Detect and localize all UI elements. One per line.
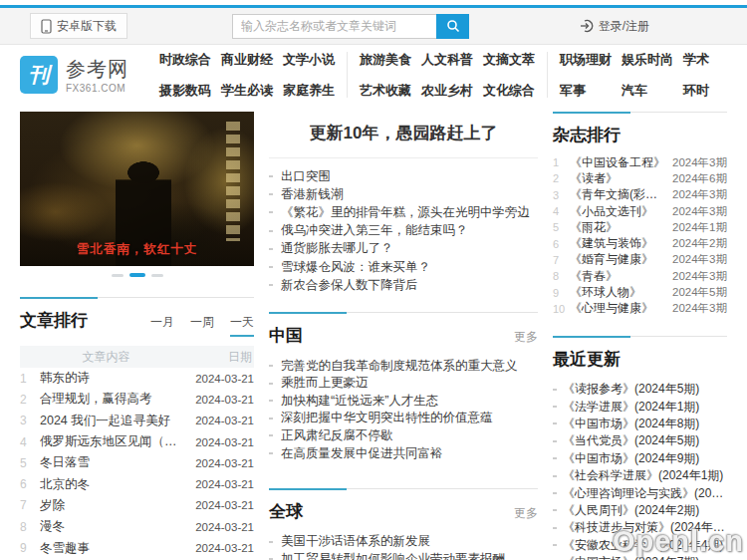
- list-item: 雪球爆仓风波：谁来买单？: [269, 258, 538, 276]
- nav-item[interactable]: 职场理财: [560, 51, 612, 69]
- article-link[interactable]: 北京的冬: [40, 476, 188, 493]
- nav-item[interactable]: 艺术收藏: [360, 82, 411, 100]
- list-item: 《人民周刊》(2024年2期): [553, 502, 727, 519]
- article-link[interactable]: 加快构建“近悦远来”人才生态: [281, 393, 438, 410]
- carousel-dot[interactable]: [112, 274, 124, 277]
- rank-number: 6: [553, 238, 570, 250]
- article-link[interactable]: 新农合参保人数下降背后: [281, 277, 418, 294]
- main-nav: 时政综合商业财经文学小说摄影数码学生必读家庭养生 旅游美食人文科普文摘文萃艺术收…: [147, 51, 727, 100]
- article-link[interactable]: 漫冬: [40, 518, 188, 535]
- article-link[interactable]: 2024 我们一起追寻美好: [40, 413, 188, 429]
- article-link[interactable]: 美国干涉话语体系的新发展: [281, 533, 430, 550]
- nav-item[interactable]: 商业财经: [221, 51, 273, 69]
- nav-item[interactable]: 时政综合: [159, 51, 211, 69]
- nav-item[interactable]: 文学小说: [283, 51, 335, 69]
- article-link[interactable]: 乘胜而上更豪迈: [281, 375, 369, 392]
- column-article-content: 文章内容: [20, 349, 192, 366]
- nav-item[interactable]: 人文科普: [421, 51, 473, 69]
- article-link[interactable]: 俄乌冲突进入第三年，能结束吗？: [281, 222, 468, 239]
- search-input[interactable]: [232, 14, 436, 39]
- magazine-link[interactable]: 《心理与健康》: [570, 300, 665, 317]
- carousel-image[interactable]: 雪北香南，软红十丈: [20, 112, 254, 266]
- android-download-button[interactable]: 安卓版下载: [30, 13, 127, 39]
- carousel-dot[interactable]: [151, 274, 163, 277]
- magazine-issue-link[interactable]: 《中国市场》(2024年8期): [563, 416, 699, 432]
- article-link[interactable]: 韩东的诗: [40, 370, 188, 387]
- nav-item[interactable]: 旅游美食: [360, 51, 411, 69]
- right-column: 杂志排行 1 《中国设备工程》 2024年3期 2 《读者》 2024年6期: [553, 112, 727, 560]
- nav-item[interactable]: 娱乐时尚: [622, 51, 673, 69]
- rank-number: 9: [553, 287, 570, 299]
- table-row: 2 《读者》 2024年6期: [553, 170, 727, 186]
- nav-item[interactable]: 环时: [683, 82, 715, 100]
- article-link[interactable]: 在高质量发展中促进共同富裕: [281, 445, 443, 462]
- article-link[interactable]: 深刻把握中华文明突出特性的价值意蕴: [281, 410, 493, 426]
- nav-item[interactable]: 文化综合: [483, 82, 535, 100]
- magazine-link[interactable]: 《青春》: [570, 268, 665, 285]
- site-logo[interactable]: 刊 参考网 FX361.COM: [20, 56, 147, 94]
- magazine-issue-link[interactable]: 《人民周刊》(2024年2期): [563, 502, 699, 519]
- magazine-link[interactable]: 《读者》: [570, 170, 665, 187]
- article-link[interactable]: 合理规划，赢得高考: [40, 391, 188, 408]
- table-row: 10 《心理与健康》 2024年3期: [553, 301, 727, 317]
- magazine-link[interactable]: 《中国设备工程》: [570, 154, 665, 171]
- nav-item[interactable]: 家庭养生: [283, 82, 335, 100]
- article-link[interactable]: 雪球爆仓风波：谁来买单？: [281, 259, 430, 276]
- magazine-link[interactable]: 《环球人物》: [570, 284, 665, 301]
- article-link[interactable]: 冬雪趣事: [40, 540, 188, 557]
- article-link[interactable]: 完善党的自我革命制度规范体系的重大意义: [281, 358, 518, 375]
- tab-one-month[interactable]: 一月: [150, 314, 174, 337]
- list-item: 加工贸易转型如何影响企业劳动要素报酬: [269, 550, 538, 560]
- article-link[interactable]: 出口突围: [281, 168, 331, 185]
- magazine-issue-link[interactable]: 《中国市场》(2024年9期): [563, 450, 699, 467]
- nav-item[interactable]: 农业乡村: [421, 82, 473, 100]
- article-link[interactable]: 香港新钱潮: [281, 186, 344, 203]
- magazine-issue: 2024年6期: [665, 171, 727, 186]
- magazine-issue-link[interactable]: 《法学进展》(2024年1期): [563, 399, 699, 416]
- magazine-link[interactable]: 《婚育与健康》: [570, 251, 665, 268]
- article-link[interactable]: 岁除: [40, 497, 188, 514]
- article-link[interactable]: 通货膨胀去哪儿了？: [281, 240, 393, 257]
- nav-item[interactable]: 学术: [683, 51, 715, 69]
- magazine-link[interactable]: 《雨花》: [570, 219, 665, 236]
- article-ranking-title: 文章排行: [20, 309, 88, 332]
- global-more-link[interactable]: 更多: [514, 505, 538, 522]
- login-register-link[interactable]: 登录/注册: [580, 18, 649, 35]
- nav-item[interactable]: 汽车: [622, 82, 673, 100]
- rank-number: 2: [20, 393, 40, 407]
- search-button[interactable]: [436, 14, 469, 39]
- article-link[interactable]: 冬日落雪: [40, 454, 188, 471]
- tab-one-day[interactable]: 一天: [230, 314, 254, 337]
- site-header: 刊 参考网 FX361.COM 时政综合商业财经文学小说摄影数码学生必读家庭养生…: [20, 45, 727, 105]
- nav-item[interactable]: 军事: [560, 82, 612, 100]
- magazine-issue-link[interactable]: 《社会科学进展》(2024年1期): [563, 467, 723, 484]
- magazine-issue-link[interactable]: 《当代党员》(2024年5期): [563, 432, 699, 449]
- magazine-link[interactable]: 《建筑与装饰》: [570, 235, 665, 252]
- article-link[interactable]: 正风肃纪反腐不停歇: [281, 427, 393, 444]
- article-link[interactable]: 俄罗斯远东地区见闻（上）: [40, 433, 188, 450]
- tab-one-week[interactable]: 一周: [190, 314, 214, 337]
- rank-number: 1: [553, 156, 570, 168]
- featured-headline[interactable]: 更新10年，愚园路赶上了: [310, 124, 498, 142]
- nav-group-2: 旅游美食人文科普文摘文萃艺术收藏农业乡村文化综合: [348, 51, 547, 100]
- magazine-link[interactable]: 《青年文摘(彩版)》: [570, 186, 665, 203]
- article-link[interactable]: 加工贸易转型如何影响企业劳动要素报酬: [281, 551, 505, 560]
- table-row: 7 《婚育与健康》 2024年3期: [553, 252, 727, 268]
- global-section-title: 全球: [269, 500, 303, 523]
- china-more-link[interactable]: 更多: [514, 329, 538, 346]
- nav-item[interactable]: 摄影数码: [159, 82, 211, 100]
- list-item: 《中国市场》(2024年9期): [553, 450, 727, 467]
- nav-item[interactable]: 学生必读: [221, 82, 273, 100]
- magazine-issue-link[interactable]: 《心理咨询理论与实践》(2024年1期): [563, 485, 727, 502]
- article-link[interactable]: 《繁花》里的排骨年糕，源头在光明中学旁边: [281, 204, 530, 221]
- article-table-header: 文章内容 日期: [20, 346, 254, 368]
- table-row: 4 《小品文选刊》 2024年3期: [553, 203, 727, 219]
- nav-item[interactable]: 文摘文萃: [483, 51, 535, 69]
- magazine-link[interactable]: 《小品文选刊》: [570, 203, 665, 220]
- nav-group-1: 时政综合商业财经文学小说摄影数码学生必读家庭养生: [147, 51, 347, 100]
- rank-number: 5: [20, 456, 40, 470]
- rank-number: 2: [553, 172, 570, 184]
- carousel-dot-active[interactable]: [129, 273, 145, 277]
- magazine-issue-link[interactable]: 《读报参考》(2024年5期): [563, 381, 699, 398]
- magazine-issue: 2024年2期: [665, 236, 727, 251]
